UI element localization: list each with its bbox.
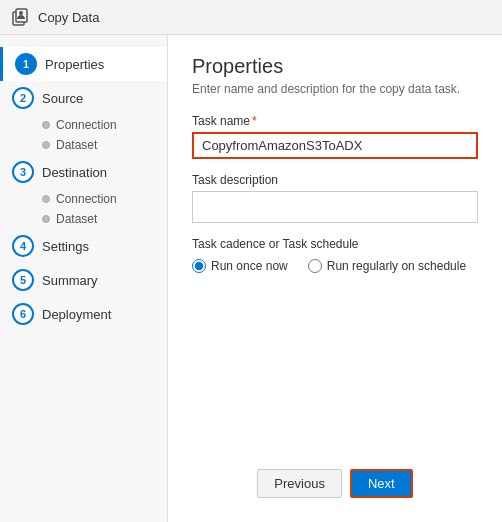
step-6-circle: 6	[12, 303, 34, 325]
source-dataset-dot	[42, 141, 50, 149]
step-4-circle: 4	[12, 235, 34, 257]
source-connection-label: Connection	[56, 118, 117, 132]
sidebar-item-deployment[interactable]: 6 Deployment	[0, 297, 167, 331]
previous-button[interactable]: Previous	[257, 469, 342, 498]
sidebar-item-summary[interactable]: 5 Summary	[0, 263, 167, 297]
sidebar-label-properties: Properties	[45, 57, 104, 72]
destination-connection-dot	[42, 195, 50, 203]
page-title: Properties	[192, 55, 478, 78]
destination-dataset-label: Dataset	[56, 212, 97, 226]
task-desc-label: Task description	[192, 173, 478, 187]
destination-connection-label: Connection	[56, 192, 117, 206]
sidebar-label-settings: Settings	[42, 239, 89, 254]
task-name-group: Task name*	[192, 114, 478, 159]
sidebar-label-deployment: Deployment	[42, 307, 111, 322]
step-1-circle: 1	[15, 53, 37, 75]
sidebar-item-properties[interactable]: 1 Properties	[0, 47, 167, 81]
destination-connection-item[interactable]: Connection	[42, 189, 167, 209]
footer: Previous Next	[192, 457, 478, 502]
main-layout: 1 Properties 2 Source Connection Dataset…	[0, 35, 502, 522]
source-dataset-item[interactable]: Dataset	[42, 135, 167, 155]
run-regularly-label: Run regularly on schedule	[327, 259, 466, 273]
source-subitems: Connection Dataset	[0, 115, 167, 155]
step-2-circle: 2	[12, 87, 34, 109]
run-regularly-radio[interactable]	[308, 259, 322, 273]
sidebar-label-source: Source	[42, 91, 83, 106]
next-button[interactable]: Next	[350, 469, 413, 498]
top-bar-title: Copy Data	[38, 10, 99, 25]
page-subtitle: Enter name and description for the copy …	[192, 82, 478, 96]
run-once-radio[interactable]	[192, 259, 206, 273]
svg-point-2	[19, 11, 23, 15]
run-once-option[interactable]: Run once now	[192, 259, 288, 273]
destination-dataset-dot	[42, 215, 50, 223]
copy-icon	[12, 8, 30, 26]
task-desc-group: Task description	[192, 173, 478, 223]
source-connection-item[interactable]: Connection	[42, 115, 167, 135]
run-once-label: Run once now	[211, 259, 288, 273]
source-dataset-label: Dataset	[56, 138, 97, 152]
step-5-circle: 5	[12, 269, 34, 291]
run-regularly-option[interactable]: Run regularly on schedule	[308, 259, 466, 273]
task-desc-input[interactable]	[192, 191, 478, 223]
sidebar-item-destination[interactable]: 3 Destination	[0, 155, 167, 189]
task-name-label: Task name*	[192, 114, 478, 128]
task-name-input[interactable]	[192, 132, 478, 159]
sidebar-item-settings[interactable]: 4 Settings	[0, 229, 167, 263]
sidebar-label-summary: Summary	[42, 273, 98, 288]
source-connection-dot	[42, 121, 50, 129]
content-area: Properties Enter name and description fo…	[168, 35, 502, 522]
destination-dataset-item[interactable]: Dataset	[42, 209, 167, 229]
step-3-circle: 3	[12, 161, 34, 183]
sidebar-label-destination: Destination	[42, 165, 107, 180]
sidebar-item-source[interactable]: 2 Source	[0, 81, 167, 115]
top-bar: Copy Data	[0, 0, 502, 35]
cadence-group: Task cadence or Task schedule Run once n…	[192, 237, 478, 273]
cadence-label: Task cadence or Task schedule	[192, 237, 478, 251]
radio-group: Run once now Run regularly on schedule	[192, 259, 478, 273]
sidebar: 1 Properties 2 Source Connection Dataset…	[0, 35, 168, 522]
destination-subitems: Connection Dataset	[0, 189, 167, 229]
